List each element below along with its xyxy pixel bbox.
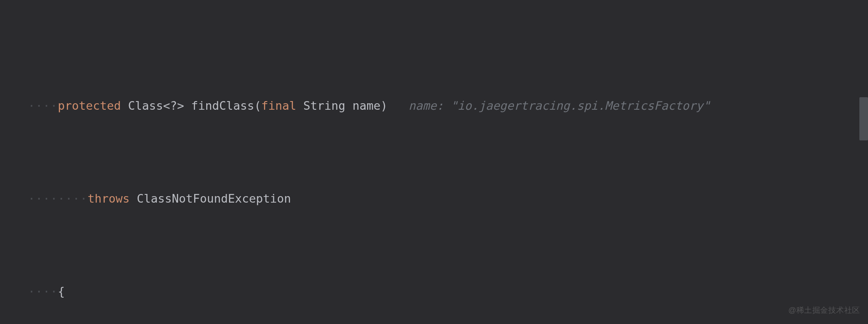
scrollbar-thumb[interactable] [859,97,868,140]
brace-open: { [58,285,65,298]
type: ClassNotFoundException [137,192,291,205]
type: String [303,99,346,112]
param-name: name [352,99,381,112]
indent-guide: ········ [28,192,88,205]
keyword: protected [58,99,121,112]
method-name: findClass [191,99,254,112]
type: Class<?> [128,99,184,112]
scrollbar-track[interactable] [859,0,868,324]
space [296,99,303,112]
code-editor[interactable]: ····protected Class<?> findClass(final S… [0,0,868,324]
keyword: final [261,99,296,112]
space [387,99,409,112]
space [346,99,352,112]
code-line[interactable]: ····protected Class<?> findClass(final S… [0,78,868,96]
paren-close: ) [381,99,387,112]
indent-guide: ···· [28,285,58,298]
space [184,99,191,112]
indent-guide: ···· [28,99,58,112]
code-line[interactable]: ········throws ClassNotFoundException [0,171,868,189]
code-line[interactable]: ····{ [0,264,868,282]
watermark: @稀土掘金技术社区 [788,301,860,320]
space [121,99,128,112]
space [130,192,137,205]
inlay-hint: name: "io.jaegertracing.spi.MetricsFacto… [409,99,710,112]
paren-open: ( [254,99,261,112]
keyword: throws [88,192,130,205]
